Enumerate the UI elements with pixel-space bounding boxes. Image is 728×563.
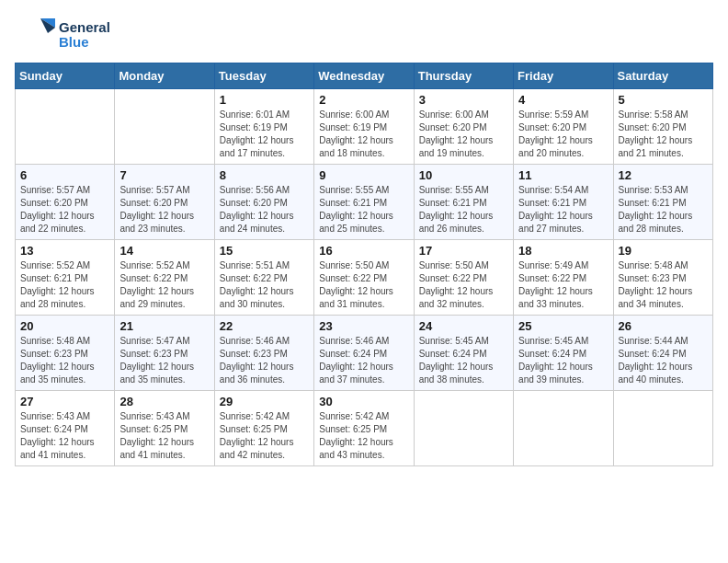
day-info: Sunrise: 5:46 AM Sunset: 6:23 PM Dayligh… [220, 335, 309, 386]
day-info: Sunrise: 5:55 AM Sunset: 6:21 PM Dayligh… [319, 184, 408, 236]
day-number: 22 [220, 319, 309, 333]
day-info: Sunrise: 5:57 AM Sunset: 6:20 PM Dayligh… [119, 184, 209, 236]
day-info: Sunrise: 5:50 AM Sunset: 6:22 PM Dayligh… [319, 259, 408, 311]
day-info: Sunrise: 5:48 AM Sunset: 6:23 PM Dayligh… [20, 335, 109, 386]
day-info: Sunrise: 5:52 AM Sunset: 6:21 PM Dayligh… [20, 259, 109, 311]
calendar-cell: 8Sunrise: 5:56 AM Sunset: 6:20 PM Daylig… [214, 165, 313, 240]
weekday-header: Tuesday [214, 63, 313, 89]
day-info: Sunrise: 5:49 AM Sunset: 6:22 PM Dayligh… [518, 259, 608, 311]
calendar-cell: 3Sunrise: 6:00 AM Sunset: 6:20 PM Daylig… [414, 89, 513, 165]
day-info: Sunrise: 5:57 AM Sunset: 6:20 PM Dayligh… [20, 184, 109, 236]
header: GeneralBlue [15, 15, 713, 55]
calendar-cell: 1Sunrise: 6:01 AM Sunset: 6:19 PM Daylig… [214, 89, 313, 165]
day-info: Sunrise: 6:00 AM Sunset: 6:19 PM Dayligh… [319, 109, 408, 160]
day-number: 14 [119, 244, 209, 258]
calendar-cell: 16Sunrise: 5:50 AM Sunset: 6:22 PM Dayli… [314, 240, 414, 316]
day-info: Sunrise: 5:42 AM Sunset: 6:25 PM Dayligh… [220, 410, 309, 462]
day-info: Sunrise: 5:59 AM Sunset: 6:20 PM Dayligh… [518, 109, 608, 160]
calendar-cell: 14Sunrise: 5:52 AM Sunset: 6:22 PM Dayli… [115, 240, 214, 316]
day-number: 2 [319, 93, 408, 107]
calendar-cell [613, 391, 712, 466]
day-info: Sunrise: 5:47 AM Sunset: 6:23 PM Dayligh… [119, 335, 209, 386]
day-info: Sunrise: 5:52 AM Sunset: 6:22 PM Dayligh… [119, 259, 209, 311]
calendar-cell [414, 391, 513, 466]
day-number: 29 [220, 395, 309, 408]
calendar-cell: 20Sunrise: 5:48 AM Sunset: 6:23 PM Dayli… [16, 316, 115, 391]
day-number: 17 [419, 244, 508, 258]
day-number: 7 [119, 168, 209, 182]
day-number: 24 [419, 319, 508, 333]
logo-line1: General [59, 20, 110, 36]
logo-text: GeneralBlue [59, 20, 110, 51]
day-number: 23 [319, 319, 408, 333]
calendar-cell [115, 89, 214, 165]
day-info: Sunrise: 5:51 AM Sunset: 6:22 PM Dayligh… [220, 259, 309, 311]
day-info: Sunrise: 5:53 AM Sunset: 6:21 PM Dayligh… [619, 184, 708, 236]
day-number: 11 [518, 168, 608, 182]
day-number: 25 [518, 319, 608, 333]
calendar-cell: 7Sunrise: 5:57 AM Sunset: 6:20 PM Daylig… [115, 165, 214, 240]
day-number: 30 [319, 395, 408, 408]
calendar-cell: 17Sunrise: 5:50 AM Sunset: 6:22 PM Dayli… [414, 240, 513, 316]
calendar-cell: 28Sunrise: 5:43 AM Sunset: 6:25 PM Dayli… [115, 391, 214, 466]
calendar-week-row: 20Sunrise: 5:48 AM Sunset: 6:23 PM Dayli… [16, 316, 713, 391]
day-number: 5 [619, 93, 708, 107]
calendar-cell: 6Sunrise: 5:57 AM Sunset: 6:20 PM Daylig… [16, 165, 115, 240]
day-number: 15 [220, 244, 309, 258]
day-info: Sunrise: 5:54 AM Sunset: 6:21 PM Dayligh… [518, 184, 608, 236]
calendar-cell: 23Sunrise: 5:46 AM Sunset: 6:24 PM Dayli… [314, 316, 414, 391]
logo-line2: Blue [59, 35, 110, 51]
calendar-cell: 27Sunrise: 5:43 AM Sunset: 6:24 PM Dayli… [16, 391, 115, 466]
day-info: Sunrise: 5:42 AM Sunset: 6:25 PM Dayligh… [319, 410, 408, 462]
calendar-cell: 9Sunrise: 5:55 AM Sunset: 6:21 PM Daylig… [314, 165, 414, 240]
calendar-week-row: 6Sunrise: 5:57 AM Sunset: 6:20 PM Daylig… [16, 165, 713, 240]
calendar-cell: 2Sunrise: 6:00 AM Sunset: 6:19 PM Daylig… [314, 89, 414, 165]
day-info: Sunrise: 5:44 AM Sunset: 6:24 PM Dayligh… [619, 335, 708, 386]
day-number: 21 [119, 319, 209, 333]
weekday-header: Friday [514, 63, 613, 89]
day-info: Sunrise: 5:45 AM Sunset: 6:24 PM Dayligh… [518, 335, 608, 386]
calendar-cell: 25Sunrise: 5:45 AM Sunset: 6:24 PM Dayli… [514, 316, 613, 391]
calendar-cell: 10Sunrise: 5:55 AM Sunset: 6:21 PM Dayli… [414, 165, 513, 240]
weekday-header: Saturday [613, 63, 712, 89]
calendar-cell: 30Sunrise: 5:42 AM Sunset: 6:25 PM Dayli… [314, 391, 414, 466]
day-info: Sunrise: 5:56 AM Sunset: 6:20 PM Dayligh… [220, 184, 309, 236]
calendar-table: SundayMondayTuesdayWednesdayThursdayFrid… [15, 63, 713, 466]
day-info: Sunrise: 5:55 AM Sunset: 6:21 PM Dayligh… [419, 184, 508, 236]
day-number: 10 [419, 168, 508, 182]
day-number: 16 [319, 244, 408, 258]
calendar-cell [514, 391, 613, 466]
day-number: 9 [319, 168, 408, 182]
weekday-header: Sunday [16, 63, 115, 89]
logo: GeneralBlue [15, 15, 110, 55]
day-info: Sunrise: 5:50 AM Sunset: 6:22 PM Dayligh… [419, 259, 508, 311]
day-number: 20 [20, 319, 109, 333]
calendar-week-row: 1Sunrise: 6:01 AM Sunset: 6:19 PM Daylig… [16, 89, 713, 165]
weekday-header: Monday [115, 63, 214, 89]
weekday-header: Wednesday [314, 63, 414, 89]
calendar-cell: 15Sunrise: 5:51 AM Sunset: 6:22 PM Dayli… [214, 240, 313, 316]
calendar-header-row: SundayMondayTuesdayWednesdayThursdayFrid… [16, 63, 713, 89]
day-number: 4 [518, 93, 608, 107]
day-number: 6 [20, 168, 109, 182]
calendar-cell: 19Sunrise: 5:48 AM Sunset: 6:23 PM Dayli… [613, 240, 712, 316]
day-info: Sunrise: 5:43 AM Sunset: 6:24 PM Dayligh… [20, 410, 109, 462]
day-number: 12 [619, 168, 708, 182]
day-number: 26 [619, 319, 708, 333]
calendar-cell: 24Sunrise: 5:45 AM Sunset: 6:24 PM Dayli… [414, 316, 513, 391]
calendar-cell: 29Sunrise: 5:42 AM Sunset: 6:25 PM Dayli… [214, 391, 313, 466]
calendar-cell: 13Sunrise: 5:52 AM Sunset: 6:21 PM Dayli… [16, 240, 115, 316]
calendar-cell: 4Sunrise: 5:59 AM Sunset: 6:20 PM Daylig… [514, 89, 613, 165]
day-info: Sunrise: 6:01 AM Sunset: 6:19 PM Dayligh… [220, 109, 309, 160]
calendar-cell [16, 89, 115, 165]
calendar-cell: 12Sunrise: 5:53 AM Sunset: 6:21 PM Dayli… [613, 165, 712, 240]
day-info: Sunrise: 5:45 AM Sunset: 6:24 PM Dayligh… [419, 335, 508, 386]
logo-graphic [15, 15, 55, 55]
calendar-week-row: 13Sunrise: 5:52 AM Sunset: 6:21 PM Dayli… [16, 240, 713, 316]
calendar-week-row: 27Sunrise: 5:43 AM Sunset: 6:24 PM Dayli… [16, 391, 713, 466]
day-number: 8 [220, 168, 309, 182]
day-number: 19 [619, 244, 708, 258]
day-info: Sunrise: 6:00 AM Sunset: 6:20 PM Dayligh… [419, 109, 508, 160]
calendar-cell: 11Sunrise: 5:54 AM Sunset: 6:21 PM Dayli… [514, 165, 613, 240]
day-number: 3 [419, 93, 508, 107]
